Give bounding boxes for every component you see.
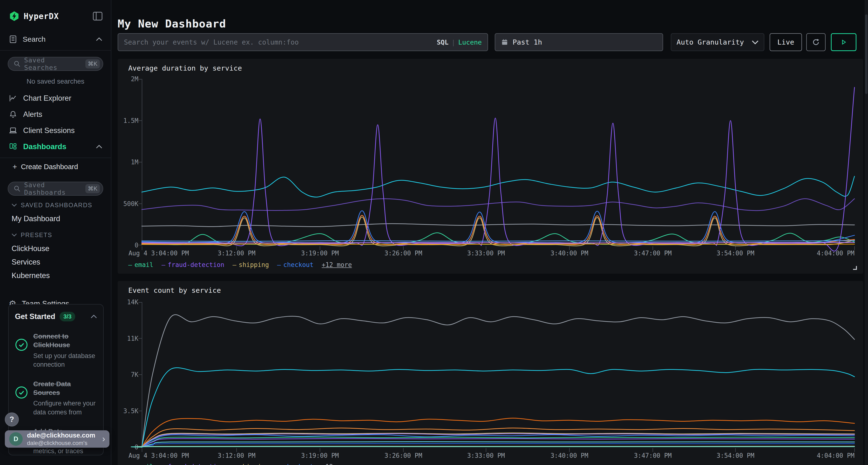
language-toggle-sql[interactable]: SQL — [437, 38, 448, 46]
sidebar-item-client-sessions-label: Client Sessions — [23, 126, 75, 135]
user-menu[interactable]: D dale@clickhouse.com dale@clickhouse.co… — [5, 430, 110, 447]
saved-dashboards-shortcut: ⌘K — [85, 184, 100, 193]
sidebar-item-alerts[interactable]: Alerts — [0, 106, 111, 122]
series-line — [142, 176, 855, 197]
time-range-picker[interactable]: Past 1h — [495, 33, 663, 51]
sidebar-item-chart-explorer-label: Chart Explorer — [23, 94, 71, 103]
saved-searches-shortcut: ⌘K — [85, 59, 100, 68]
sidebar-item-services[interactable]: Services — [0, 255, 111, 269]
language-toggle-lucene[interactable]: Lucene — [458, 38, 482, 46]
calendar-icon — [501, 38, 508, 46]
sidebar-item-client-sessions[interactable]: Client Sessions — [0, 122, 111, 138]
x-tick-label: 3:19:00 PM — [301, 250, 339, 257]
check-circle-icon — [15, 338, 28, 351]
page-scrollbar[interactable] — [865, 0, 868, 465]
search-icon — [13, 185, 21, 192]
chart-title: Event count by service — [128, 286, 221, 294]
x-tick-label: 3:54:00 PM — [717, 452, 754, 459]
legend-item-shipping[interactable]: —shipping — [232, 463, 269, 465]
legend-swatch: — — [277, 463, 281, 465]
legend-item-checkout[interactable]: —checkout — [277, 261, 313, 268]
chart-explorer-icon — [9, 94, 18, 103]
hyperdx-logo-icon — [9, 10, 20, 22]
sidebar-collapse-button[interactable] — [93, 11, 103, 21]
chevron-down-icon — [11, 233, 17, 237]
chevron-down-icon — [752, 40, 758, 44]
granularity-value: Auto Granularity — [677, 38, 747, 46]
plot-area[interactable] — [142, 302, 855, 447]
time-range-value: Past 1h — [513, 38, 542, 46]
x-tick-label: 3:26:00 PM — [384, 250, 423, 257]
sidebar-item-search[interactable]: Search — [0, 31, 111, 47]
y-tick-label: 14K — [127, 299, 138, 306]
series-line — [142, 241, 855, 241]
legend-item-shipping[interactable]: —shipping — [232, 261, 269, 268]
app-logo[interactable]: HyperDX — [9, 10, 59, 22]
saved-searches-placeholder: Saved Searches — [24, 56, 82, 71]
sidebar-item-chart-explorer[interactable]: Chart Explorer — [0, 90, 111, 106]
saved-dashboards-input[interactable]: Saved Dashboards ⌘K — [8, 182, 103, 196]
sidebar-item-search-label: Search — [23, 35, 91, 43]
get-started-title: Get Started — [15, 312, 55, 321]
granularity-select[interactable]: Auto Granularity — [671, 33, 764, 51]
series-line — [131, 447, 855, 447]
legend-item-email[interactable]: —email — [128, 261, 153, 268]
step-desc: Set up your database connection — [33, 352, 97, 369]
get-started-step-sources[interactable]: Create Data Sources Configure where your… — [15, 380, 97, 417]
legend-item-checkout[interactable]: —checkout — [277, 463, 313, 465]
sidebar-item-kubernetes[interactable]: Kubernetes — [0, 269, 111, 283]
presets-section-title: PRESETS — [21, 232, 52, 238]
saved-dashboards-section-toggle[interactable]: SAVED DASHBOARDS — [0, 198, 111, 212]
plot-area[interactable] — [142, 79, 855, 245]
legend-swatch: — — [161, 261, 165, 268]
x-tick-label: 3:26:00 PM — [384, 452, 423, 459]
legend-swatch: — — [128, 463, 132, 465]
app-title: HyperDX — [24, 11, 59, 21]
chevron-up-icon — [96, 145, 102, 148]
x-tick-label: 3:47:00 PM — [634, 250, 672, 257]
chevron-up-icon[interactable] — [91, 315, 97, 319]
saved-dashboards-placeholder: Saved Dashboards — [24, 181, 82, 196]
y-tick-label: 7K — [131, 371, 138, 378]
series-line-checkout — [142, 435, 855, 447]
legend-more-link[interactable]: +12 more — [322, 463, 352, 465]
scrollbar-thumb[interactable] — [865, 14, 868, 94]
legend-item-fraud-detection[interactable]: —fraud-detection — [161, 261, 224, 268]
get-started-step-connect[interactable]: Connect to ClickHouse Set up your databa… — [15, 332, 97, 369]
laptop-icon — [9, 126, 18, 135]
chart-panel-event-count: Event count by service 14K11K7K3.5K0 Aug… — [118, 281, 863, 465]
event-search-placeholder: Search your events w/ Lucene ex. column:… — [124, 38, 437, 46]
series-line — [142, 243, 855, 243]
x-tick-label: Aug 4 3:04:00 PM — [128, 452, 189, 459]
legend-item-email[interactable]: —email — [128, 463, 153, 465]
event-search-input[interactable]: Search your events w/ Lucene ex. column:… — [118, 33, 488, 51]
bell-icon — [9, 110, 18, 119]
refresh-icon — [811, 38, 820, 47]
series-line — [142, 244, 855, 244]
series-line-fraud-detection — [142, 438, 855, 447]
saved-searches-input[interactable]: Saved Searches ⌘K — [8, 57, 103, 71]
y-tick-label: 11K — [127, 335, 138, 342]
live-button[interactable]: Live — [770, 33, 802, 51]
create-dashboard-button[interactable]: + Create Dashboard — [0, 158, 111, 175]
y-tick-label: 1.5M — [123, 117, 138, 124]
run-query-button[interactable] — [831, 33, 857, 51]
collapse-panel-icon — [93, 11, 103, 21]
sidebar-item-alerts-label: Alerts — [23, 110, 42, 119]
sidebar-item-clickhouse[interactable]: ClickHouse — [0, 242, 111, 255]
sidebar-item-my-dashboard[interactable]: My Dashboard — [0, 212, 111, 226]
y-axis-labels: 2M1.5M1M500K0 — [118, 79, 138, 245]
legend-swatch: — — [128, 261, 132, 268]
sidebar-item-dashboards[interactable]: Dashboards — [0, 138, 111, 155]
refresh-button[interactable] — [806, 33, 826, 51]
legend-more-link[interactable]: +12 more — [322, 261, 352, 268]
x-tick-label: Aug 4 3:04:00 PM — [128, 250, 189, 257]
legend-swatch: — — [277, 261, 281, 268]
panel-resize-handle[interactable] — [853, 266, 857, 270]
presets-section-toggle[interactable]: PRESETS — [0, 228, 111, 242]
sidebar-item-dashboards-label: Dashboards — [23, 142, 90, 151]
help-button[interactable]: ? — [5, 412, 19, 427]
x-axis-labels: Aug 4 3:04:00 PM3:12:00 PM3:19:00 PM3:26… — [142, 452, 855, 461]
chart-title: Average duration by service — [128, 64, 242, 72]
legend-item-fraud-detection[interactable]: —fraud-detection — [161, 463, 224, 465]
